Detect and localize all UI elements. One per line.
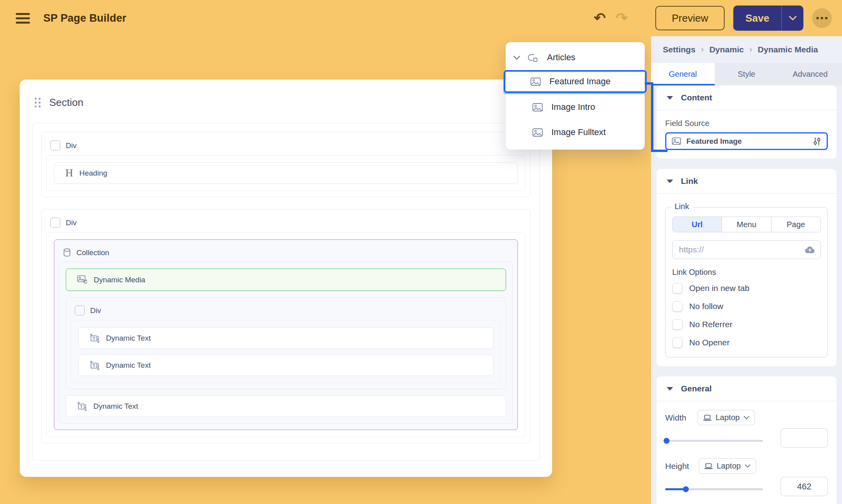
device-value: Laptop	[716, 413, 740, 422]
chevron-down-icon	[789, 16, 797, 20]
filter-sliders-icon[interactable]	[813, 136, 821, 146]
checkbox-label: No Referrer	[689, 320, 733, 329]
image-icon	[532, 128, 543, 137]
collapse-triangle-icon	[667, 180, 673, 183]
link-type-segmented-control: Url Menu Page	[672, 217, 821, 232]
collapse-triangle-icon	[667, 96, 673, 100]
dynamic-text-icon: T	[90, 334, 100, 343]
field-source-select[interactable]: Featured Image	[665, 132, 828, 150]
dynamic-text-label-text: Dynamic Text	[106, 361, 151, 370]
heading-addon[interactable]: H Heading	[54, 162, 518, 184]
content-section-title: Content	[681, 93, 712, 102]
dropdown-item-image-intro[interactable]: Image Intro	[506, 96, 645, 118]
div-label-text: Div	[66, 141, 76, 150]
general-section-header[interactable]: General	[657, 376, 836, 401]
database-icon	[63, 248, 71, 257]
laptop-icon	[704, 463, 713, 469]
segment-url[interactable]: Url	[673, 217, 721, 232]
checkbox[interactable]	[672, 337, 683, 348]
row-container[interactable]: Div H Heading Div	[32, 123, 540, 461]
link-section-card: Link Link Url Menu Page	[657, 169, 836, 366]
tab-advanced[interactable]: Advanced	[778, 63, 842, 85]
url-input[interactable]	[672, 240, 821, 259]
link-options-label: Link Options	[672, 268, 821, 277]
settings-panel: Settings › Dynamic › Dynamic Media Gener…	[651, 36, 842, 504]
height-value-input[interactable]	[781, 477, 828, 496]
div-block-label: Div	[75, 306, 501, 315]
tab-style[interactable]: Style	[715, 63, 779, 85]
segment-page[interactable]: Page	[771, 217, 820, 232]
width-device-dropdown[interactable]: Laptop	[697, 410, 755, 425]
dynamic-text-icon: T	[90, 361, 100, 370]
link-group-legend: Link	[671, 202, 693, 211]
dynamic-media-addon[interactable]: Dynamic Media	[66, 269, 506, 291]
div-block-3[interactable]: Div T Dynamic Text	[66, 297, 506, 389]
chevron-down-icon[interactable]	[513, 56, 520, 60]
content-section-card: Content Field Source Featured Image	[657, 85, 836, 159]
checkbox[interactable]	[672, 319, 683, 330]
div-block-2[interactable]: Div Collection	[41, 209, 530, 443]
link-section-body: Link Url Menu Page Link Options	[657, 193, 836, 366]
field-source-value: Featured Image	[686, 137, 742, 146]
link-section-header[interactable]: Link	[657, 169, 836, 193]
content-section-body: Field Source Featured Image	[657, 110, 836, 159]
redo-icon[interactable]: ↷	[616, 11, 628, 25]
dropdown-item-articles[interactable]: Articles	[506, 46, 645, 69]
svg-text:T: T	[93, 336, 95, 341]
dropdown-item-image-fulltext[interactable]: Image Fulltext	[506, 121, 645, 143]
collection-block[interactable]: Collection Dynamic Media	[54, 239, 518, 430]
general-section-body: Width Laptop	[657, 401, 836, 504]
option-no-follow: No follow	[672, 301, 821, 311]
checkbox-label: Open in new tab	[689, 284, 749, 293]
selection-connector-line	[651, 82, 653, 152]
hamburger-menu-icon[interactable]	[16, 13, 30, 24]
option-no-referrer: No Referrer	[672, 319, 821, 330]
dynamic-text-addon[interactable]: T Dynamic Text	[78, 354, 493, 376]
cloud-upload-icon[interactable]	[805, 246, 815, 254]
collection-inner-container: Dynamic Media Div	[59, 262, 513, 424]
content-section-header[interactable]: Content	[657, 85, 836, 110]
width-slider[interactable]	[665, 434, 763, 450]
height-device-dropdown[interactable]: Laptop	[699, 458, 756, 474]
dropdown-item-featured-image[interactable]: Featured Image	[504, 70, 647, 93]
width-label: Width	[665, 413, 688, 422]
div-inner-container: H Heading	[46, 155, 525, 191]
field-source-dropdown: Articles Featured Image Image Intro Imag…	[506, 42, 645, 150]
height-label: Height	[665, 461, 689, 471]
breadcrumb-settings[interactable]: Settings	[663, 45, 695, 54]
chevron-down-icon	[745, 464, 751, 468]
dropdown-item-label: Featured Image	[549, 76, 610, 87]
height-slider[interactable]	[665, 482, 763, 498]
checkbox[interactable]	[672, 301, 683, 311]
more-options-button[interactable]	[812, 8, 832, 28]
checkbox-label: No follow	[689, 302, 723, 311]
field-source-label: Field Source	[665, 119, 828, 128]
width-slider-knob[interactable]	[664, 438, 670, 444]
save-button[interactable]: Save	[733, 6, 781, 31]
div-label-text: Div	[66, 219, 76, 227]
general-section-card: General Width Laptop	[657, 376, 836, 504]
div-block-1[interactable]: Div H Heading	[41, 132, 530, 197]
dropdown-item-label: Image Fulltext	[551, 127, 606, 137]
option-open-new-tab: Open in new tab	[672, 283, 821, 293]
div-block-label: Div	[50, 218, 525, 228]
div-inner-container: T Dynamic Text T Dynamic Text	[71, 320, 501, 383]
undo-icon[interactable]: ↶	[594, 11, 606, 25]
breadcrumb-separator: ›	[749, 44, 752, 55]
checkbox[interactable]	[672, 283, 683, 293]
drag-handle-icon[interactable]	[35, 98, 41, 107]
dynamic-media-icon	[77, 275, 87, 284]
width-value-input[interactable]	[781, 428, 828, 448]
dynamic-text-addon[interactable]: T Dynamic Text	[78, 327, 493, 349]
canvas-section[interactable]: Section Div H Heading	[20, 80, 552, 477]
breadcrumb-dynamic-media: Dynamic Media	[758, 45, 818, 54]
top-bar: SP Page Builder ↶ ↷ Preview Save	[0, 0, 842, 36]
breadcrumb-dynamic[interactable]: Dynamic	[709, 45, 744, 54]
save-options-button[interactable]	[781, 6, 803, 31]
height-control-group: Height Laptop	[665, 458, 828, 498]
height-slider-knob[interactable]	[683, 486, 689, 492]
preview-button[interactable]: Preview	[655, 6, 725, 30]
segment-menu[interactable]: Menu	[721, 217, 771, 232]
tab-general[interactable]: General	[651, 63, 715, 85]
dynamic-text-addon[interactable]: T Dynamic Text	[66, 395, 506, 417]
